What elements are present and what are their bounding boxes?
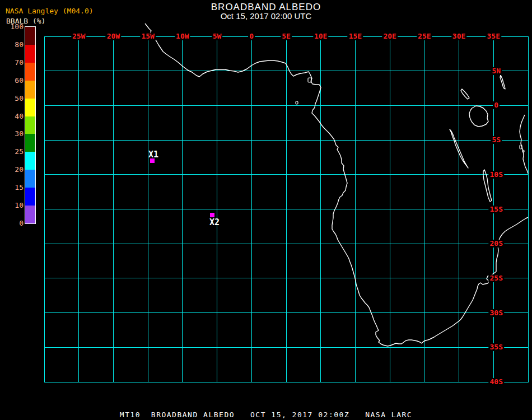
longitude-label: 20E	[382, 32, 397, 40]
target-marker-label-x2: X2	[209, 218, 220, 227]
latitude-label: 25S	[489, 274, 504, 282]
albedo-map-plot	[0, 0, 532, 420]
longitude-label: 15W	[140, 32, 155, 40]
latitude-label: 5S	[491, 136, 502, 144]
longitude-label: 5E	[281, 32, 292, 40]
longitude-label: 25E	[417, 32, 432, 40]
longitude-label: 25W	[71, 32, 86, 40]
latitude-label: 30S	[489, 309, 504, 317]
longitude-label: 30E	[451, 32, 466, 40]
lake-outline	[469, 106, 488, 127]
footer-caption: MT10 BROADBAND ALBEDO OCT 15, 2017 02:00…	[0, 410, 532, 419]
latitude-label: 0	[493, 101, 500, 109]
target-marker-label-x1: X1	[148, 151, 158, 159]
coastline	[145, 24, 528, 346]
latitude-label: 15S	[489, 206, 504, 213]
longitude-label: 15E	[348, 32, 363, 40]
longitude-label: 10W	[175, 32, 190, 40]
latitude-label: 35S	[489, 343, 504, 351]
latitude-label: 20S	[489, 240, 504, 248]
latitude-label: 5N	[491, 67, 502, 75]
latitude-label: 40S	[489, 378, 504, 386]
longitude-label: 20W	[106, 32, 121, 40]
longitude-label: 5W	[212, 32, 223, 40]
longitude-label: 0	[248, 32, 255, 40]
island-outline	[520, 145, 522, 149]
lake-outline	[500, 75, 505, 89]
lake-outline	[461, 89, 469, 99]
albedo-product-screen: BROADBAND ALBEDO Oct 15, 2017 02:00 UTC …	[0, 0, 532, 420]
coastline	[520, 115, 528, 174]
target-marker-x2	[210, 213, 214, 217]
longitude-label: 35E	[486, 32, 501, 40]
island-outline	[296, 101, 298, 104]
latitude-label: 10S	[489, 171, 504, 179]
longitude-label: 10E	[313, 32, 328, 40]
